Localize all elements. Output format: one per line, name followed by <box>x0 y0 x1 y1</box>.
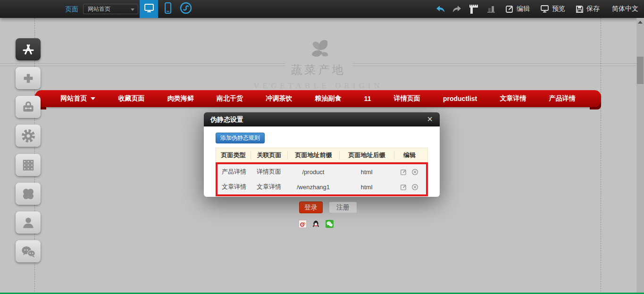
preview-monitor-icon <box>540 5 549 13</box>
register-button[interactable]: 注册 <box>329 202 357 213</box>
save-label: 保存 <box>586 5 600 13</box>
cell-page-type: 产品详情 <box>217 168 251 176</box>
desktop-icon <box>143 2 155 16</box>
mobile-view-button[interactable] <box>161 0 175 18</box>
row-delete-icon[interactable] <box>411 168 418 176</box>
sidebar-item-account[interactable] <box>16 211 41 234</box>
close-icon[interactable]: × <box>425 112 435 126</box>
col-linked-page: 关联页面 <box>251 151 288 160</box>
plus-icon <box>21 71 35 85</box>
cell-url-suffix: html <box>339 184 394 191</box>
pseudo-static-settings-dialog: 伪静态设置 × 添加伪静态规则 页面类型 关联页面 页面地址前缀 页面地址后缀 … <box>204 112 440 197</box>
chart-icon <box>486 4 496 14</box>
add-rule-button[interactable]: 添加伪静态规则 <box>216 133 265 143</box>
sidebar-item-chat[interactable] <box>16 240 41 262</box>
ruler-button[interactable] <box>468 3 479 15</box>
nav-item-grain-oil[interactable]: 粮油副食 <box>315 94 341 103</box>
cell-page-type: 文章详情 <box>217 183 251 191</box>
appstore-icon <box>21 42 36 57</box>
chevron-down-icon <box>91 97 95 100</box>
sidebar-item-settings[interactable] <box>16 125 41 147</box>
editor-screen: 页面 网站首页 <box>0 0 644 294</box>
site-title: 蔬菜产地 <box>284 62 352 77</box>
toolbar-right-group: 编辑 预览 保存 简体中文 <box>435 0 638 18</box>
person-icon <box>21 216 35 230</box>
sidebar-item-apps[interactable] <box>16 38 41 60</box>
weibo-icon[interactable] <box>299 220 307 228</box>
save-icon <box>576 5 584 13</box>
nav-item-favorites[interactable]: 收藏页面 <box>118 94 144 103</box>
chevron-down-icon <box>131 8 134 11</box>
clover-icon <box>21 187 35 201</box>
nav-item-tea-drinks[interactable]: 冲调茶饮 <box>266 94 292 103</box>
redo-button[interactable] <box>452 4 462 14</box>
col-page-type: 页面类型 <box>216 151 251 160</box>
preview-label: 预览 <box>552 5 565 13</box>
page-label: 页面 <box>65 5 78 14</box>
brand-circle-button[interactable] <box>177 0 194 18</box>
cell-url-prefix: /product <box>287 168 339 176</box>
stats-button[interactable] <box>486 4 496 14</box>
save-button[interactable]: 保存 <box>576 5 600 13</box>
nav-item-meat-seafood[interactable]: 肉类海鲜 <box>167 94 194 103</box>
nav-item-productlist[interactable]: productlist <box>443 95 477 102</box>
table-body-highlighted: 产品详情 详情页面 /product html 文章详情 <box>216 162 428 196</box>
desktop-view-button[interactable] <box>140 0 158 18</box>
vertical-scrollbar[interactable] <box>636 18 644 293</box>
nav-item-product-detail[interactable]: 产品详情 <box>549 94 576 103</box>
rules-table: 页面类型 关联页面 页面地址前缀 页面地址后缀 编辑 产品详情 详情页面 /pr… <box>216 148 428 196</box>
dialog-title: 伪静态设置 <box>210 116 243 123</box>
sidebar-item-modules[interactable] <box>16 154 41 176</box>
nav-item-dry-goods[interactable]: 南北干货 <box>217 94 243 103</box>
site-subtitle: VEGETABLE ORIGIN <box>0 81 636 91</box>
nav-item-home[interactable]: 网站首页 <box>60 94 95 103</box>
toolbox-icon <box>21 100 36 114</box>
page-selector-value: 网站首页 <box>88 6 110 12</box>
row-edit-icon[interactable] <box>400 168 407 176</box>
sidebar-item-plugins[interactable] <box>16 183 41 205</box>
chat-icon <box>20 244 36 259</box>
site-logo: 蔬菜产地 VEGETABLE ORIGIN <box>0 38 636 91</box>
brand-circle-icon <box>179 1 192 17</box>
sidebar-item-add[interactable] <box>16 67 41 89</box>
undo-button[interactable] <box>435 4 446 14</box>
grid-icon <box>21 158 35 172</box>
scroll-up-arrow-icon[interactable] <box>638 21 643 24</box>
edit-button[interactable]: 编辑 <box>505 5 530 13</box>
redo-icon <box>452 4 462 14</box>
language-selector[interactable]: 简体中文 <box>612 5 638 13</box>
login-button[interactable]: 登录 <box>299 202 323 213</box>
table-row: 产品详情 详情页面 /product html <box>217 164 426 179</box>
undo-icon <box>435 4 446 14</box>
table-header-row: 页面类型 关联页面 页面地址前缀 页面地址后缀 编辑 <box>216 148 428 162</box>
page-selector-dropdown[interactable]: 网站首页 <box>83 4 138 14</box>
gear-icon <box>21 128 36 143</box>
qq-icon[interactable] <box>312 220 320 228</box>
cell-linked-page: 详情页面 <box>251 168 287 176</box>
row-edit-icon[interactable] <box>400 184 407 191</box>
nav-item-11[interactable]: 11 <box>364 95 371 102</box>
site-navbar: 网站首页 收藏页面 肉类海鲜 南北干货 冲调茶饮 粮油副食 11 详情页面 pr… <box>35 90 601 107</box>
scrollbar-thumb[interactable] <box>637 57 644 84</box>
cell-linked-page: 文章详情 <box>251 183 287 191</box>
nav-item-detail-page[interactable]: 详情页面 <box>394 94 420 103</box>
dialog-titlebar: 伪静态设置 × <box>204 112 440 126</box>
table-row: 文章详情 文章详情 /wenzhang1 html <box>217 179 426 194</box>
row-delete-icon[interactable] <box>411 184 418 191</box>
edit-icon <box>505 5 514 13</box>
cell-url-prefix: /wenzhang1 <box>287 184 339 191</box>
leaf-logo-icon <box>305 38 332 61</box>
ruler-icon <box>468 3 479 15</box>
preview-button[interactable]: 预览 <box>540 5 565 13</box>
col-url-suffix: 页面地址后缀 <box>340 151 394 160</box>
nav-item-article-detail[interactable]: 文章详情 <box>500 94 527 103</box>
sidebar-item-toolbox[interactable] <box>16 96 41 118</box>
col-url-prefix: 页面地址前缀 <box>288 151 340 160</box>
cell-url-suffix: html <box>339 168 394 176</box>
edit-label: 编辑 <box>517 5 530 13</box>
wechat-icon[interactable] <box>326 220 334 228</box>
top-toolbar: 页面 网站首页 <box>0 0 644 18</box>
phone-icon <box>163 2 173 16</box>
col-edit: 编辑 <box>394 151 425 160</box>
